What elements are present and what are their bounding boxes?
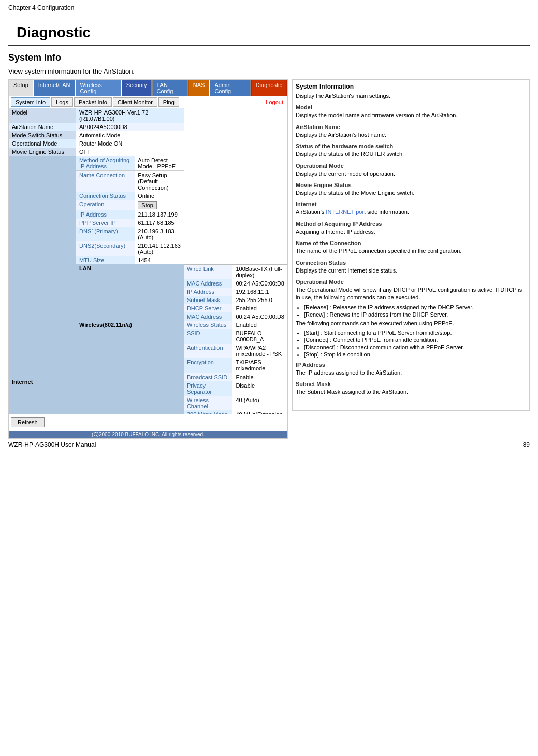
- sub-nav-ping[interactable]: Ping: [158, 97, 179, 107]
- nav-setup[interactable]: Setup: [9, 80, 33, 96]
- table-row: Method of AcquiringIP Address Auto Detec…: [76, 156, 184, 171]
- rp-opmode-heading: Operational Mode: [296, 163, 526, 169]
- table-row: AirStation Name AP0024A5C000D8: [9, 123, 287, 131]
- value-ssid-a: BUFFALO-C000D8_A: [232, 329, 287, 344]
- sub-nav-packet-info[interactable]: Packet Info: [74, 97, 112, 107]
- table-row: MAC Address 00:24:A5:C0:00:D8: [184, 312, 287, 321]
- table-row: MAC Address 00:24:A5:C0:00:D8: [184, 279, 287, 288]
- internet-port-link[interactable]: INTERNET port: [326, 209, 366, 215]
- section-wireless-a-label: Wireless(802.11n/a): [76, 321, 184, 414]
- table-row: Wireless Channel 40 (Auto): [184, 396, 287, 410]
- chapter-label: Chapter 4 Configuration: [8, 4, 74, 11]
- value-ppp-server: 61.117.68.185: [135, 219, 184, 227]
- rp-opmode2-list: [Release] : Releases the IP address assi…: [304, 304, 526, 318]
- label-name-connection: Name Connection: [76, 171, 135, 192]
- rp-opmode2-heading: Operational Mode: [296, 279, 526, 285]
- value-movie-engine: OFF: [76, 148, 184, 156]
- rp-hwmode-text: Displays the status of the ROUTER switch…: [296, 150, 526, 158]
- nav-wireless-config[interactable]: Wireless Config: [76, 80, 121, 96]
- section-lan-label: LAN: [76, 264, 184, 321]
- rp-internet-text: AirStation's INTERNET port side informat…: [296, 208, 526, 216]
- label-300mbps-a: 300 Mbps Mode: [184, 410, 233, 414]
- lan-sub-table: Wired Link 100Base-TX (Full-duplex) MAC …: [184, 264, 287, 321]
- value-bcast-a: Enable: [232, 373, 287, 382]
- rp-movie-heading: Movie Engine Status: [296, 182, 526, 188]
- value-conn-status: Online: [135, 192, 184, 200]
- table-row: Encryption TKIP/AES mixedmode: [184, 358, 287, 373]
- footer-bar: (C)2000-2010 BUFFALO INC. All rights res…: [9, 431, 287, 438]
- value-dns2: 210.141.112.163 (Auto): [135, 241, 184, 256]
- value-wl-status-a: Enabled: [232, 321, 287, 329]
- rp-connstatus-heading: Connection Status: [296, 260, 526, 266]
- left-panel: Setup Internet/LAN Wireless Config Secur…: [8, 79, 288, 439]
- rp-acquire-heading: Method of Acquiring IP Address: [296, 221, 526, 227]
- section-desc: View system information for the AirStati…: [0, 65, 538, 79]
- table-row: Name Connection Easy Setup (Default Conn…: [76, 171, 184, 192]
- sub-nav-system-info[interactable]: System Info: [11, 97, 50, 107]
- info-scroll-area[interactable]: Model WZR-HP-AG300H Ver.1.72 (R1.07/B1.0…: [9, 108, 287, 414]
- label-wl-status-a: Wireless Status: [184, 321, 233, 329]
- value-wired-link: 100Base-TX (Full-duplex): [232, 265, 287, 280]
- rp-opmode2-text2: The following commands can be executed w…: [296, 320, 526, 327]
- label-ip-lan: IP Address: [184, 288, 233, 296]
- refresh-area: Refresh: [9, 414, 287, 431]
- value-auth-a: WPA/WPA2 mixedmode - PSK: [232, 344, 287, 358]
- sub-nav-client-monitor[interactable]: Client Monitor: [113, 97, 157, 107]
- manual-name: WZR-HP-AG300H User Manual: [8, 441, 96, 448]
- refresh-button[interactable]: Refresh: [11, 417, 45, 427]
- value-model: WZR-HP-AG300H Ver.1.72 (R1.07/B1.00): [76, 108, 184, 123]
- list-item: [Connect] : Connect to PPPoE from an idl…: [304, 337, 526, 343]
- rp-acquire-text: Acquiring a Internet IP address.: [296, 228, 526, 236]
- rp-movie-text: Displays the status of the Movie Engine …: [296, 189, 526, 197]
- label-enc-a: Encryption: [184, 358, 233, 373]
- list-item: [Start] : Start connecting to a PPPoE Se…: [304, 330, 526, 336]
- table-row: SSID BUFFALO-C000D8_A: [184, 329, 287, 344]
- value-enc-a: TKIP/AES mixedmode: [232, 358, 287, 373]
- nav-admin-config[interactable]: Admin Config: [210, 80, 250, 96]
- right-panel[interactable]: System Information Display the AirStatio…: [292, 79, 530, 411]
- value-dns1: 210.196.3.183 (Auto): [135, 227, 184, 241]
- value-ip-lan: 192.168.11.1: [232, 288, 287, 296]
- table-row: PPP Server IP 61.117.68.185: [76, 219, 184, 227]
- nav-lan-config[interactable]: LAN Config: [152, 80, 188, 96]
- label-movie-engine: Movie Engine Status: [9, 148, 76, 156]
- label-ssid-a: SSID: [184, 329, 233, 344]
- label-auth-a: Authentication: [184, 344, 233, 358]
- value-name-connection: Easy Setup (Default Connection): [135, 171, 184, 192]
- right-panel-title: System Information: [296, 83, 526, 90]
- nav-internet-lan[interactable]: Internet/LAN: [34, 80, 75, 96]
- logout-link[interactable]: Logout: [266, 99, 283, 105]
- nav-diagnostic[interactable]: Diagnostic: [251, 80, 287, 96]
- table-row: Movie Engine Status OFF: [9, 148, 287, 156]
- nav-nas[interactable]: NAS: [188, 80, 210, 96]
- sub-nav: System Info Logs Packet Info Client Moni…: [9, 96, 287, 108]
- list-item: [Disconnect] : Disconnect communication …: [304, 344, 526, 350]
- rp-ipaddr-heading: IP Address: [296, 362, 526, 368]
- nav-security[interactable]: Security: [122, 80, 152, 96]
- rp-pppoe-list: [Start] : Start connecting to a PPPoE Se…: [304, 330, 526, 358]
- value-ip-address: 211.18.137.199: [135, 210, 184, 219]
- value-mac-lan2: 00:24:A5:C0:00:D8: [232, 312, 287, 321]
- label-privacy-a: Privacy Separator: [184, 381, 233, 396]
- value-mode-switch: Automatic Mode: [76, 131, 184, 139]
- rp-model-heading: Model: [296, 104, 526, 110]
- table-row: DHCP Server Enabled: [184, 304, 287, 312]
- rp-subnet-text: The Subnet Mask assigned to the AirStati…: [296, 388, 526, 396]
- table-row: IP Address 192.168.11.1: [184, 288, 287, 296]
- label-airstation-name: AirStation Name: [9, 123, 76, 131]
- label-model: Model: [9, 108, 76, 123]
- sub-nav-logs[interactable]: Logs: [51, 97, 73, 107]
- label-dns1: DNS1(Primary): [76, 227, 135, 241]
- list-item: [Renew] : Renews the IP address from the…: [304, 311, 526, 318]
- table-row: IP Address 211.18.137.199: [76, 210, 184, 219]
- table-row: Model WZR-HP-AG300H Ver.1.72 (R1.07/B1.0…: [9, 108, 287, 123]
- label-subnet: Subnet Mask: [184, 296, 233, 304]
- rp-airstation-heading: AirStation Name: [296, 124, 526, 130]
- value-airstation-name: AP0024A5C000D8: [76, 123, 184, 131]
- page-title: Diagnostic: [8, 16, 530, 46]
- value-operation: Stop: [135, 200, 184, 210]
- page-footer-row: WZR-HP-AG300H User Manual 89: [0, 439, 538, 450]
- stop-button[interactable]: Stop: [138, 201, 157, 209]
- rp-connstatus-text: Displays the current Internet side statu…: [296, 267, 526, 275]
- label-operation: Operation: [76, 200, 135, 210]
